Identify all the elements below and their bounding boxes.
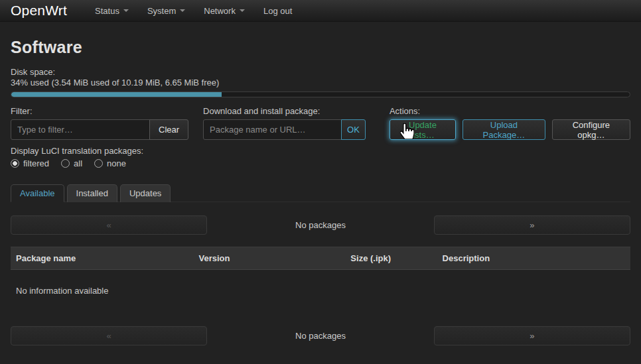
disk-space-section: Disk space: 34% used (3.54 MiB used of 1… [11, 67, 630, 97]
nav-item-logout[interactable]: Log out [254, 0, 301, 22]
tab-installed[interactable]: Installed [67, 184, 117, 202]
pager-bottom: « No packages » [11, 326, 630, 345]
pager-status: No packages [295, 220, 346, 230]
nav-item-status[interactable]: Status [86, 0, 138, 22]
upload-package-button[interactable]: Upload Package… [463, 119, 545, 140]
package-table: Package name Version Size (.ipk) Descrip… [11, 247, 630, 313]
filter-label: Filter: [11, 106, 188, 116]
table-empty-text: No information available [11, 270, 630, 313]
radio-none-label: none [107, 158, 126, 168]
pager-prev-button[interactable]: « [11, 326, 207, 345]
navbar: OpenWrt Status System Network Log out [0, 0, 641, 22]
download-label: Download and install package: [203, 106, 366, 116]
radio-option-none[interactable]: none [94, 158, 126, 168]
tab-available[interactable]: Available [11, 184, 64, 202]
radio-option-all[interactable]: all [61, 158, 82, 168]
update-lists-button[interactable]: Update lists… [390, 119, 456, 140]
disk-progress-bar [11, 91, 630, 97]
radio-all[interactable] [61, 159, 70, 168]
column-version: Version [194, 253, 346, 263]
column-description: Description [437, 253, 630, 263]
filter-section: Filter: Clear [11, 106, 188, 140]
translation-section: Display LuCI translation packages: filte… [11, 146, 630, 168]
nav-item-system-label: System [147, 6, 176, 16]
disk-space-label: Disk space: [11, 67, 630, 78]
pager-prev-button[interactable]: « [11, 215, 207, 235]
actions-label: Actions: [390, 106, 630, 116]
table-header-row: Package name Version Size (.ipk) Descrip… [11, 247, 630, 270]
translation-label: Display LuCI translation packages: [11, 146, 630, 156]
chevron-down-icon [123, 9, 129, 12]
radio-filtered[interactable] [11, 159, 19, 168]
page-title: Software [11, 38, 630, 57]
chevron-down-icon [180, 9, 185, 12]
tab-bar: Available Installed Updates [11, 184, 630, 202]
nav-item-network[interactable]: Network [194, 0, 254, 22]
nav-item-logout-label: Log out [263, 6, 292, 16]
clear-button[interactable]: Clear [149, 119, 188, 140]
pager-next-button[interactable]: » [434, 215, 630, 235]
brand-logo[interactable]: OpenWrt [0, 3, 78, 19]
column-size: Size (.ipk) [345, 253, 437, 263]
tab-updates[interactable]: Updates [120, 184, 171, 202]
disk-progress-fill [11, 92, 222, 97]
radio-filtered-label: filtered [23, 158, 49, 168]
chevron-down-icon [240, 9, 245, 12]
configure-opkg-button[interactable]: Configure opkg… [552, 119, 630, 140]
pager-next-button[interactable]: » [434, 326, 630, 345]
filter-input[interactable] [11, 119, 150, 140]
column-package-name: Package name [11, 253, 194, 263]
main-content: Software Disk space: 34% used (3.54 MiB … [0, 38, 641, 345]
ok-button[interactable]: OK [341, 119, 366, 140]
actions-section: Actions: Update lists… Upload Package… C… [390, 106, 630, 140]
disk-space-usage: 34% used (3.54 MiB used of 10.19 MiB, 6.… [11, 78, 630, 88]
radio-option-filtered[interactable]: filtered [11, 158, 49, 168]
nav-item-system[interactable]: System [138, 0, 194, 22]
package-input[interactable] [203, 119, 342, 140]
pager-top: « No packages » [11, 215, 630, 235]
nav-item-network-label: Network [204, 6, 236, 16]
pager-status: No packages [295, 331, 346, 341]
radio-none[interactable] [94, 159, 103, 168]
nav-item-status-label: Status [95, 6, 119, 16]
radio-all-label: all [74, 158, 82, 168]
controls-row: Filter: Clear Download and install packa… [11, 106, 630, 140]
download-section: Download and install package: OK [203, 106, 366, 140]
